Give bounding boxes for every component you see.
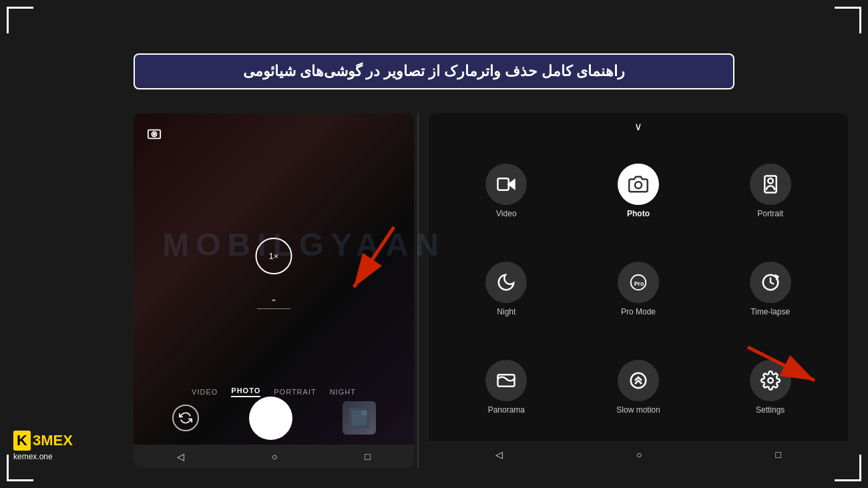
mode-item-slowmotion[interactable]: Slow motion — [574, 340, 703, 435]
slowmotion-icon-circle — [618, 360, 659, 401]
right-home-nav[interactable]: ○ — [636, 449, 642, 460]
mode-item-pro[interactable]: Pro Pro Mode — [574, 242, 703, 336]
pro-icon-circle: Pro — [618, 262, 659, 303]
divider — [417, 113, 419, 468]
mode-item-video[interactable]: Video — [442, 144, 571, 238]
mode-item-night[interactable]: Night — [442, 242, 571, 336]
mode-item-portrait[interactable]: Portrait — [706, 144, 835, 238]
site-url: kemex.one — [13, 452, 73, 461]
portrait-label: Portrait — [757, 209, 783, 218]
svg-point-10 — [768, 178, 773, 184]
photo-label: Photo — [627, 209, 650, 218]
timelapse-icon-circle — [750, 262, 791, 303]
svg-rect-5 — [361, 411, 367, 416]
tab-portrait[interactable]: PORTRAIT — [274, 388, 316, 396]
pro-label: Pro Mode — [621, 307, 656, 316]
back-nav-btn[interactable]: ◁ — [177, 451, 184, 462]
svg-text:Pro: Pro — [634, 280, 644, 287]
home-nav-btn[interactable]: ○ — [272, 451, 277, 462]
svg-rect-6 — [498, 178, 509, 190]
mode-item-panorama[interactable]: Panorama — [442, 340, 571, 435]
panorama-icon-circle — [485, 360, 527, 401]
tab-photo[interactable]: PHOTO — [231, 387, 260, 397]
svg-point-8 — [635, 182, 642, 188]
camera-controls — [134, 397, 414, 440]
mode-tabs: VIDEO PHOTO PORTRAIT NIGHT — [134, 387, 414, 397]
left-nav-bar: ◁ ○ □ — [134, 445, 414, 468]
slowmotion-label: Slow motion — [616, 405, 660, 415]
tab-video[interactable]: VIDEO — [192, 388, 218, 396]
svg-marker-7 — [509, 180, 515, 189]
right-back-nav[interactable]: ◁ — [495, 449, 503, 460]
mode-item-photo[interactable]: Photo — [574, 144, 703, 238]
gallery-thumbnail[interactable] — [343, 401, 376, 435]
kemex-logo: K 3MEX kemex.one — [13, 431, 73, 461]
scroll-indicator: ⌃ — [257, 298, 290, 309]
right-recents-nav[interactable]: □ — [776, 449, 781, 460]
settings-label: Settings — [756, 405, 785, 415]
svg-point-16 — [768, 378, 773, 383]
mode-item-settings[interactable]: Settings — [706, 340, 835, 435]
timelapse-label: Time-lapse — [750, 307, 790, 316]
flip-camera-button[interactable] — [172, 405, 199, 431]
recents-nav-btn[interactable]: □ — [365, 451, 370, 462]
panorama-label: Panorama — [488, 405, 525, 415]
mode-grid: Video Photo — [429, 137, 848, 441]
zoom-selector[interactable]: 1× — [256, 238, 292, 274]
photo-icon-circle — [618, 164, 659, 205]
logo-k: K — [13, 431, 31, 451]
title-bar: راهنمای کامل حذف واترمارک از تصاویر در گ… — [134, 53, 734, 89]
shutter-button[interactable] — [249, 397, 292, 440]
corner-bracket-tr — [835, 7, 861, 33]
night-label: Night — [497, 307, 515, 316]
corner-bracket-br — [835, 455, 861, 481]
chevron-down-icon[interactable]: ∨ — [634, 120, 642, 133]
camera-mode-menu: ∨ Video — [429, 113, 848, 468]
zoom-value: 1× — [269, 251, 279, 261]
title-text: راهنمای کامل حذف واترمارک از تصاویر در گ… — [243, 63, 626, 79]
logo-brand: 3MEX — [33, 432, 73, 449]
settings-icon-circle — [750, 360, 791, 401]
main-content: 1× ⌃ VIDEO PHOTO PORTRAIT NIGHT — [134, 113, 848, 468]
camera-switch-icon[interactable] — [147, 127, 162, 145]
portrait-icon-circle — [750, 164, 791, 205]
night-icon-circle — [485, 262, 527, 303]
right-nav-bar: ◁ ○ □ — [429, 441, 848, 468]
left-phone: 1× ⌃ VIDEO PHOTO PORTRAIT NIGHT — [134, 113, 414, 468]
tab-night[interactable]: NIGHT — [330, 388, 356, 396]
camera-viewfinder: 1× ⌃ VIDEO PHOTO PORTRAIT NIGHT — [134, 113, 414, 468]
video-icon-circle — [485, 164, 527, 205]
right-phone: ∨ Video — [429, 113, 848, 468]
corner-bracket-tl — [7, 7, 33, 33]
video-label: Video — [496, 209, 516, 218]
svg-point-2 — [154, 134, 156, 136]
mode-item-timelapse[interactable]: Time-lapse — [706, 242, 835, 336]
